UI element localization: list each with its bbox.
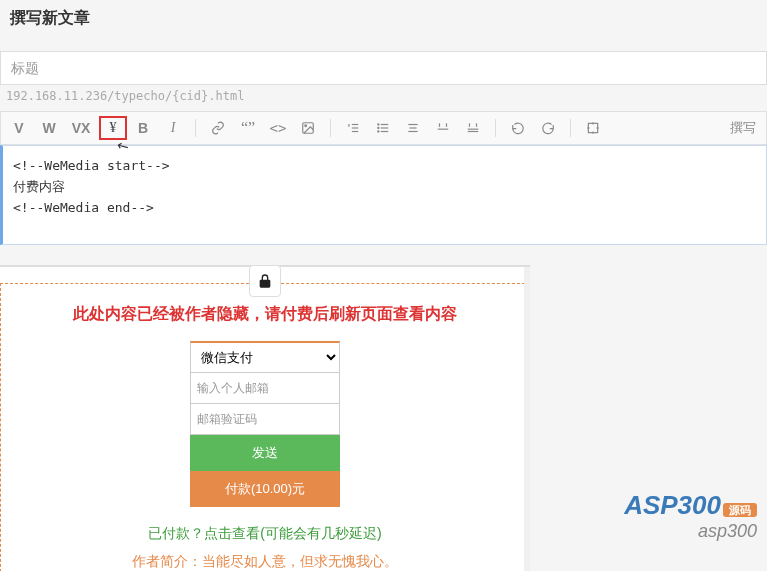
redo-icon[interactable] [534, 116, 562, 140]
editor-textarea[interactable]: <!--WeMedia start--> 付费内容 <!--WeMedia en… [0, 145, 767, 245]
editor-line: <!--WeMedia start--> [13, 156, 756, 177]
toolbar-bold-button[interactable]: B [129, 116, 157, 140]
already-paid-link[interactable]: 已付款？点击查看(可能会有几秒延迟) [41, 525, 489, 543]
payment-method-select[interactable]: 微信支付 [190, 341, 340, 373]
editor-toolbar: V W VX ¥ B I “” <> 撰写 ↖ [0, 111, 767, 145]
svg-point-9 [378, 127, 379, 128]
write-mode-label[interactable]: 撰写 [724, 119, 762, 137]
ordered-list-icon[interactable] [339, 116, 367, 140]
toolbar-separator [570, 119, 571, 137]
svg-point-8 [378, 124, 379, 125]
toolbar-separator [195, 119, 196, 137]
verify-code-input[interactable] [190, 404, 340, 435]
toolbar-v-button[interactable]: V [5, 116, 33, 140]
undo-icon[interactable] [504, 116, 532, 140]
lock-icon [249, 265, 281, 297]
svg-point-10 [378, 131, 379, 132]
toolbar-w-button[interactable]: W [35, 116, 63, 140]
image-icon[interactable] [294, 116, 322, 140]
code-icon[interactable]: <> [264, 116, 292, 140]
post-title-input[interactable] [0, 51, 767, 85]
permalink-preview: 192.168.11.236/typecho/{cid}.html [0, 85, 767, 111]
more-icon[interactable] [459, 116, 487, 140]
svg-rect-21 [588, 123, 597, 132]
hr-icon[interactable] [429, 116, 457, 140]
scrollbar[interactable] [524, 267, 530, 571]
editor-line: <!--WeMedia end--> [13, 198, 756, 219]
toolbar-vx-button[interactable]: VX [65, 116, 97, 140]
editor-line: 付费内容 [13, 177, 756, 198]
fullscreen-icon[interactable] [579, 116, 607, 140]
quote-icon[interactable]: “” [234, 116, 262, 140]
toolbar-italic-button[interactable]: I [159, 116, 187, 140]
paywall-notice: 此处内容已经被作者隐藏，请付费后刷新页面查看内容 [41, 304, 489, 325]
heading-icon[interactable] [399, 116, 427, 140]
paywall-preview: 此处内容已经被作者隐藏，请付费后刷新页面查看内容 微信支付 发送 付款(10.0… [0, 265, 530, 571]
page-title: 撰写新文章 [10, 8, 757, 29]
watermark-brand: ASP300 [624, 490, 721, 520]
unordered-list-icon[interactable] [369, 116, 397, 140]
paywall-box: 此处内容已经被作者隐藏，请付费后刷新页面查看内容 微信支付 发送 付款(10.0… [0, 283, 530, 571]
watermark-sub: asp300 [624, 521, 757, 542]
toolbar-separator [495, 119, 496, 137]
link-icon[interactable] [204, 116, 232, 140]
toolbar-separator [330, 119, 331, 137]
email-input[interactable] [190, 373, 340, 404]
author-bio: 作者简介：当能尽如人意，但求无愧我心。 [41, 553, 489, 571]
watermark-badge: 源码 [723, 503, 757, 517]
watermark: ASP300源码 asp300 [624, 490, 757, 542]
svg-point-1 [305, 125, 307, 127]
pay-button[interactable]: 付款(10.00)元 [190, 471, 340, 507]
send-button[interactable]: 发送 [190, 435, 340, 471]
